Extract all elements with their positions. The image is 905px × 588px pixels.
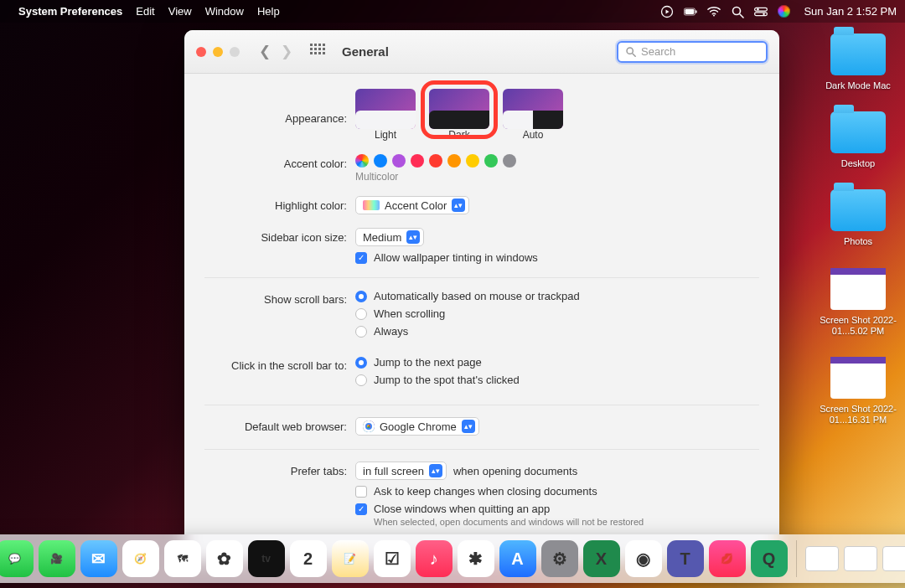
window-title: General (342, 44, 389, 59)
section-divider (204, 405, 759, 405)
screenshot-icon (830, 268, 886, 310)
minimize-button[interactable] (213, 47, 223, 57)
accent-row: Accent color: Multicolor (204, 154, 759, 183)
accent-yellow[interactable] (466, 154, 479, 168)
dock-excel[interactable]: X (583, 540, 620, 577)
appearance-option-label: Dark (448, 129, 469, 141)
desktop-item-label: Desktop (841, 158, 875, 169)
desktop-folder[interactable]: Photos (820, 189, 897, 247)
checkbox-icon: ✓ (355, 252, 367, 264)
dock-facetime[interactable]: 🎥 (39, 540, 75, 577)
dock-music[interactable]: ♪ (416, 540, 452, 577)
tabs-select[interactable]: in full screen ▴▾ (355, 462, 447, 480)
dock-slack[interactable]: ✱ (458, 540, 494, 577)
now-playing-icon[interactable] (660, 5, 674, 18)
window-nav: ❮ ❯ (256, 43, 295, 60)
desktop-item-label: Dark Mode Mac (825, 80, 891, 91)
minimized-window[interactable] (805, 546, 839, 571)
browser-row: Default web browser: Google Chrome ▴▾ (204, 417, 759, 436)
wallpaper-tinting-row[interactable]: ✓ Allow wallpaper tinting in windows (355, 251, 759, 264)
dock-wrap: ☺▦💬🎥✉🧭🗺✿tv2📝☑♪✱A⚙X◉T💋Q (0, 534, 905, 583)
appearance-option-auto[interactable]: Auto (503, 89, 563, 141)
scrollbars-option-label: Always (374, 325, 408, 338)
dock-lips[interactable]: 💋 (709, 540, 746, 577)
scrollbars-option[interactable]: Automatically based on mouse or trackpad (355, 290, 759, 302)
dock-chrome[interactable]: ◉ (625, 540, 662, 577)
battery-icon[interactable] (684, 5, 697, 18)
svg-rect-6 (755, 8, 768, 11)
menu-window[interactable]: Window (205, 5, 244, 18)
menu-view[interactable]: View (168, 5, 192, 18)
desktop-icons: Dark Mode Mac Desktop Photos Screen Shot… (820, 34, 897, 426)
back-button[interactable]: ❮ (256, 43, 273, 60)
tabs-suffix: when opening documents (453, 465, 577, 477)
wifi-icon[interactable] (707, 5, 721, 18)
dock-messages[interactable]: 💬 (0, 540, 34, 577)
click-scroll-option[interactable]: Jump to the spot that's clicked (355, 374, 759, 386)
svg-point-8 (758, 8, 759, 9)
appearance-option-dark[interactable]: Dark (429, 89, 489, 141)
dock-calendar[interactable]: 2 (290, 540, 327, 577)
menu-edit[interactable]: Edit (136, 5, 154, 18)
tabs-value: in full screen (363, 465, 424, 477)
accent-purple[interactable] (392, 154, 406, 168)
minimized-window[interactable] (844, 546, 877, 571)
desktop-folder[interactable]: Dark Mode Mac (820, 34, 897, 91)
siri-icon[interactable] (778, 5, 790, 18)
desktop-file[interactable]: Screen Shot 2022-01...5.02 PM (820, 268, 897, 337)
dock-reminders[interactable]: ☑ (374, 540, 411, 577)
close-button[interactable] (196, 47, 206, 57)
scrollbars-option[interactable]: When scrolling (355, 307, 759, 320)
browser-select[interactable]: Google Chrome ▴▾ (355, 417, 479, 436)
accent-red[interactable] (429, 154, 442, 168)
svg-point-9 (763, 13, 765, 14)
section-divider (204, 277, 759, 278)
accent-blue[interactable] (374, 154, 387, 168)
dock-teams[interactable]: T (667, 540, 704, 577)
sidebar-size-select[interactable]: Medium ▴▾ (355, 228, 424, 246)
menu-help[interactable]: Help (257, 5, 280, 18)
scrollbars-option[interactable]: Always (355, 325, 759, 338)
dock-photos[interactable]: ✿ (206, 540, 243, 577)
zoom-button[interactable] (230, 47, 240, 57)
appearance-option-label: Light (375, 129, 396, 141)
spotlight-icon[interactable] (731, 5, 744, 18)
dock-mail[interactable]: ✉ (80, 540, 117, 577)
radio-icon (355, 291, 367, 302)
dock-maps[interactable]: 🗺 (164, 540, 201, 577)
accent-multicolor[interactable] (355, 154, 369, 168)
checkbox-icon: ✓ (355, 503, 367, 515)
highlight-row: Highlight color: Accent Color ▴▾ (204, 196, 759, 214)
click-scroll-row: Click in the scroll bar to: Jump to the … (204, 356, 759, 391)
accent-pink[interactable] (411, 154, 424, 168)
forward-button[interactable]: ❯ (278, 43, 295, 60)
dock-appstore[interactable]: A (499, 540, 536, 577)
dock: ☺▦💬🎥✉🧭🗺✿tv2📝☑♪✱A⚙X◉T💋Q (0, 534, 905, 583)
accent-gray[interactable] (503, 154, 516, 168)
dock-sysprefs[interactable]: ⚙ (541, 540, 578, 577)
highlight-select[interactable]: Accent Color ▴▾ (355, 196, 469, 214)
window-toolbar: ❮ ❯ General Search (184, 30, 779, 74)
appearance-label: Appearance: (204, 89, 355, 125)
dock-quickbooks[interactable]: Q (751, 540, 788, 577)
show-all-button[interactable] (310, 44, 327, 60)
menubar-clock[interactable]: Sun Jan 2 1:52 PM (804, 5, 897, 18)
dock-appletv[interactable]: tv (248, 540, 285, 577)
accent-orange[interactable] (447, 154, 461, 168)
dock-notes[interactable]: 📝 (332, 540, 369, 577)
chevron-updown-icon: ▴▾ (429, 464, 442, 477)
search-field[interactable]: Search (617, 41, 768, 63)
desktop-folder[interactable]: Desktop (820, 111, 897, 169)
preferences-content: Appearance: Light Dark Auto (184, 74, 779, 561)
minimized-window[interactable] (882, 546, 906, 571)
click-scroll-option[interactable]: Jump to the next page (355, 356, 759, 369)
ask-keep-row[interactable]: Ask to keep changes when closing documen… (355, 485, 759, 498)
desktop-file[interactable]: Screen Shot 2022-01...16.31 PM (820, 357, 897, 426)
close-windows-row[interactable]: ✓ Close windows when quitting an app (355, 503, 759, 515)
folder-icon (830, 189, 886, 231)
control-center-icon[interactable] (754, 5, 768, 18)
dock-safari[interactable]: 🧭 (122, 540, 159, 577)
accent-green[interactable] (484, 154, 498, 168)
appearance-option-light[interactable]: Light (355, 89, 416, 141)
app-menu[interactable]: System Preferences (18, 5, 122, 18)
